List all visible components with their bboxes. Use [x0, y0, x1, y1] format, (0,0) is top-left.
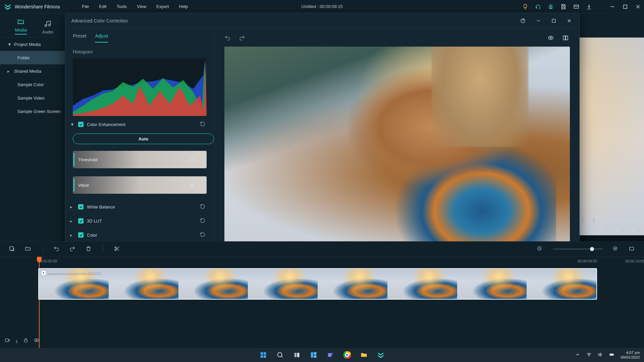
mail-icon[interactable]	[573, 3, 580, 10]
compare-icon[interactable]	[562, 35, 570, 42]
menu-list: File Edit Tools View Export Help	[77, 2, 193, 11]
help-icon[interactable]	[519, 17, 527, 25]
ruler-tick: 00:00:10:00	[625, 259, 644, 263]
svg-rect-6	[599, 228, 604, 231]
player-side-controls: { } 00:00:00:00	[580, 215, 644, 241]
window-maximize-icon[interactable]	[622, 3, 629, 10]
checkbox-icon[interactable]	[78, 232, 84, 238]
section-3d-lut[interactable]: ▸ 3D LUT	[65, 214, 214, 228]
sidebar-item-folder[interactable]: Folder	[0, 51, 65, 64]
modal-maximize-icon[interactable]	[550, 17, 558, 25]
sidebar-item-label: Folder	[17, 55, 30, 60]
chevron-right-icon: ▸	[70, 204, 75, 209]
undo-icon[interactable]	[53, 246, 60, 252]
svg-rect-41	[361, 354, 367, 357]
svg-rect-13	[566, 36, 568, 40]
undo-icon[interactable]	[224, 35, 232, 42]
tab-adjust[interactable]: Adjust	[95, 33, 108, 43]
tab-preset[interactable]: Preset	[73, 33, 86, 43]
folder-open-icon[interactable]	[25, 246, 32, 252]
widgets-icon[interactable]	[309, 350, 319, 360]
sidebar-item-sample-color[interactable]: Sample Color	[0, 78, 65, 91]
reset-icon[interactable]	[200, 121, 206, 127]
teams-icon[interactable]	[325, 350, 335, 360]
reset-icon[interactable]	[200, 204, 206, 210]
slider-threshold[interactable]: Threshold 0	[73, 151, 207, 168]
display-icon[interactable]	[598, 227, 605, 234]
chevron-right-icon: ▸	[7, 69, 11, 74]
chevron-up-icon[interactable]	[575, 352, 580, 358]
section-color[interactable]: ▸ Color	[65, 228, 214, 242]
tray-datetime[interactable]: 4:07 pm 09/01/2022	[621, 350, 640, 360]
eye-icon[interactable]	[548, 35, 555, 42]
sound-icon[interactable]	[598, 352, 603, 358]
zoom-thumb[interactable]	[590, 247, 594, 251]
reset-icon[interactable]	[200, 232, 206, 238]
checkbox-icon[interactable]	[78, 204, 84, 209]
timeline-ruler[interactable]: 00:00:00:00 00:00:09:00 00:00:10:00	[0, 257, 644, 265]
auto-button[interactable]: Auto	[73, 133, 214, 144]
svg-point-28	[278, 353, 282, 357]
track-body[interactable]: pexels-anna-tarazevich-6550971	[36, 265, 644, 348]
explorer-icon[interactable]	[359, 350, 369, 360]
reset-icon[interactable]	[200, 218, 206, 224]
window-minimize-icon[interactable]	[609, 3, 616, 10]
volume-icon[interactable]	[631, 227, 637, 234]
zoom-in-icon[interactable]	[612, 246, 619, 252]
tab-audio[interactable]: Audio	[34, 20, 61, 37]
redo-icon[interactable]	[239, 35, 247, 42]
modal-minimize-icon[interactable]	[534, 17, 542, 25]
headset-icon[interactable]	[535, 3, 541, 10]
titlebar-right	[522, 3, 641, 10]
svg-rect-27	[264, 355, 266, 358]
filmora-taskbar-icon[interactable]	[376, 350, 386, 360]
menu-edit[interactable]: Edit	[94, 2, 111, 11]
zoom-fit-icon[interactable]	[629, 246, 635, 252]
download-icon[interactable]	[586, 3, 592, 10]
sidebar-item-sample-video[interactable]: Sample Video	[0, 91, 65, 105]
zoom-out-icon[interactable]	[537, 246, 543, 252]
svg-rect-26	[261, 355, 263, 358]
save-icon[interactable]	[560, 3, 567, 10]
delete-icon[interactable]	[86, 246, 92, 252]
add-media-icon[interactable]	[9, 246, 15, 252]
chrome-icon[interactable]	[342, 350, 352, 360]
video-clip[interactable]: pexels-anna-tarazevich-6550971	[38, 268, 597, 300]
timeline[interactable]: 00:00:00:00 00:00:09:00 00:00:10:00 1 pe…	[0, 257, 644, 348]
sidebar-group-project-media[interactable]: ▼ Project Media	[0, 38, 65, 51]
idea-icon[interactable]	[522, 3, 529, 10]
lock-icon[interactable]	[23, 338, 29, 344]
slider-value[interactable]: Value 0	[73, 176, 207, 194]
sidebar-group-shared-media[interactable]: ▸ Shared Media	[0, 64, 65, 78]
search-icon[interactable]	[275, 350, 285, 360]
tab-media[interactable]: Media	[7, 18, 34, 37]
sidebar-item-sample-green[interactable]: Sample Green Screen	[0, 105, 65, 118]
track-video-icon[interactable]	[5, 338, 10, 344]
menu-export[interactable]: Export	[152, 2, 174, 11]
zoom-track[interactable]	[553, 248, 603, 250]
checkbox-icon[interactable]	[78, 122, 84, 127]
snapshot-icon[interactable]	[614, 227, 621, 234]
split-icon[interactable]	[114, 246, 121, 252]
start-icon[interactable]	[258, 350, 268, 360]
svg-rect-7	[615, 229, 620, 232]
checkbox-icon[interactable]	[78, 218, 84, 224]
sidebar-group-label: Shared Media	[14, 69, 41, 74]
system-tray: 4:07 pm 09/01/2022	[575, 350, 640, 360]
redo-icon[interactable]	[69, 246, 76, 252]
wifi-icon[interactable]	[586, 352, 592, 358]
section-color-enhancement[interactable]: ▼ Color Enhancement	[65, 117, 214, 131]
menu-file[interactable]: File	[77, 2, 94, 11]
battery-icon[interactable]	[609, 352, 614, 358]
menu-view[interactable]: View	[132, 2, 151, 11]
menu-help[interactable]: Help	[174, 2, 193, 11]
account-icon[interactable]	[547, 3, 554, 10]
svg-rect-10	[552, 19, 555, 22]
modal-close-icon[interactable]	[565, 17, 573, 25]
menu-tools[interactable]: Tools	[112, 2, 131, 11]
windows-taskbar: 4:07 pm 09/01/2022	[0, 348, 644, 362]
section-white-balance[interactable]: ▸ White Balance	[65, 200, 214, 214]
taskview-icon[interactable]	[292, 350, 302, 360]
slider-label: Value	[78, 183, 89, 188]
window-close-icon[interactable]	[635, 3, 641, 10]
